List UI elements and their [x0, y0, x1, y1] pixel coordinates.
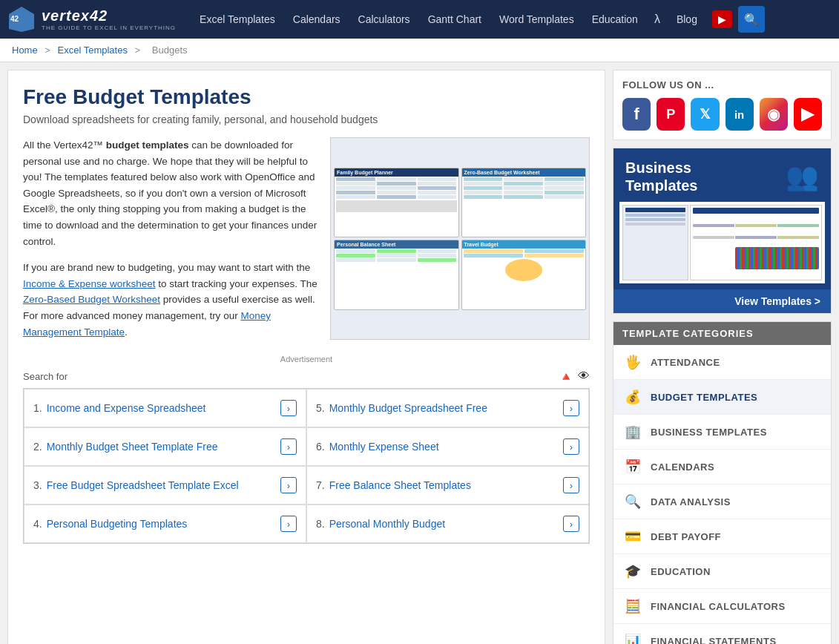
ad-icon-eye[interactable]: 👁: [578, 369, 590, 384]
search-for-label: Search for: [23, 371, 68, 382]
search-item-8-arrow: ›: [563, 516, 579, 532]
nav-blog[interactable]: Blog: [668, 0, 706, 39]
search-item-3-num: 3.: [33, 479, 42, 491]
search-item-2-label: Monthly Budget Sheet Template Free: [47, 441, 218, 453]
search-item-1[interactable]: 1. Income and Expense Spreadsheet ›: [24, 389, 306, 427]
search-item-1-num: 1.: [33, 402, 42, 414]
breadcrumb-sep-2: >: [135, 45, 143, 56]
cat-budget-templates[interactable]: 💰 BUDGET TEMPLATES: [613, 380, 831, 415]
search-item-7[interactable]: 7. Free Balance Sheet Templates ›: [306, 466, 589, 505]
search-item-5[interactable]: 5. Monthly Budget Spreadsheet Free ›: [306, 389, 589, 427]
cat-calendars-icon: 📅: [622, 456, 643, 477]
cat-debt-payoff[interactable]: 💳 DEBT PAYOFF: [613, 519, 831, 554]
search-item-3[interactable]: 3. Free Budget Spreadsheet Template Exce…: [24, 466, 306, 505]
cat-budget-label: BUDGET TEMPLATES: [651, 392, 757, 403]
nav-excel-templates[interactable]: Excel Templates: [191, 0, 284, 39]
search-item-7-arrow: ›: [563, 477, 579, 493]
cat-attendance[interactable]: 🖐 ATTENDANCE: [613, 345, 831, 380]
ad-icon-triangle[interactable]: 🔺: [559, 369, 573, 384]
social-youtube[interactable]: ▶: [794, 98, 822, 131]
social-instagram[interactable]: ◉: [760, 98, 788, 131]
search-item-8[interactable]: 8. Personal Monthly Budget ›: [306, 505, 589, 543]
cat-calendars-label: CALENDARS: [651, 461, 714, 473]
cat-business-icon: 🏢: [622, 421, 643, 442]
breadcrumb-home[interactable]: Home: [12, 45, 38, 56]
biz-people-icon: 👥: [786, 161, 819, 192]
main-nav: Excel Templates Calendars Calculators Ga…: [191, 0, 832, 39]
search-item-4[interactable]: 4. Personal Budgeting Templates ›: [24, 505, 306, 543]
search-item-3-arrow: ›: [280, 477, 297, 493]
search-item-6-num: 6.: [316, 441, 325, 453]
page-title: Free Budget Templates: [23, 85, 590, 109]
main-content: Free Budget Templates Download spreadshe…: [7, 70, 605, 644]
advertisement-section: Advertisement: [23, 355, 590, 364]
zero-based-link[interactable]: Zero-Based Budget Worksheet: [23, 294, 160, 305]
cat-education[interactable]: 🎓 EDUCATION: [613, 554, 831, 589]
search-item-8-num: 8.: [316, 518, 325, 530]
cat-calendars[interactable]: 📅 CALENDARS: [613, 450, 831, 484]
search-item-5-arrow: ›: [563, 400, 579, 416]
preview-image: Family Budget Planner Zero-Based Budget …: [330, 137, 590, 340]
nav-calendars[interactable]: Calendars: [284, 0, 349, 39]
search-item-4-num: 4.: [33, 518, 42, 530]
cat-budget-icon: 💰: [622, 387, 643, 407]
biz-preview-image: [619, 202, 825, 283]
logo-icon: 42: [7, 5, 36, 33]
search-item-6[interactable]: 6. Monthly Expense Sheet ›: [306, 427, 589, 466]
search-item-3-label: Free Budget Spreadsheet Template Excel: [47, 479, 239, 491]
biz-title: BusinessTemplates: [625, 159, 786, 194]
search-item-2-num: 2.: [33, 441, 42, 453]
cat-business-label: BUSINESS TEMPLATES: [651, 427, 767, 438]
search-item-2[interactable]: 2. Monthly Budget Sheet Template Free ›: [24, 427, 306, 466]
search-results-grid: 1. Income and Expense Spreadsheet › 5. M…: [23, 388, 590, 544]
biz-view-templates-button[interactable]: View Templates >: [613, 289, 831, 313]
follow-us-box: FOLLOW US ON ... f P 𝕏 in ◉ ▶: [613, 70, 832, 140]
search-item-8-label: Personal Monthly Budget: [329, 518, 445, 530]
nav-youtube-button[interactable]: ▶: [712, 10, 732, 28]
template-categories-box: TEMPLATE CATEGORIES 🖐 ATTENDANCE 💰 BUDGE…: [613, 321, 832, 644]
breadcrumb-excel-templates[interactable]: Excel Templates: [58, 45, 128, 56]
business-templates-box: BusinessTemplates 👥: [613, 148, 832, 314]
income-expense-link[interactable]: Income & Expense worksheet: [23, 278, 156, 289]
breadcrumb-current: Budgets: [152, 45, 188, 56]
cat-data-analysis[interactable]: 🔍 DATA ANALYSIS: [613, 484, 831, 519]
biz-view-btn-label: View Templates >: [734, 295, 820, 307]
nav-search-button[interactable]: 🔍: [738, 6, 765, 33]
nav-calculators[interactable]: Calculators: [349, 0, 419, 39]
cat-education-icon: 🎓: [622, 561, 643, 582]
nav-education[interactable]: Education: [583, 0, 647, 39]
cat-financial-calculators[interactable]: 🧮 FINANCIAL CALCULATORS: [613, 589, 831, 624]
cat-financial-stmt-label: FINANCIAL STATEMENTS: [651, 636, 777, 645]
cat-data-label: DATA ANALYSIS: [651, 496, 731, 507]
search-item-7-num: 7.: [316, 479, 325, 491]
cat-financial-calc-icon: 🧮: [622, 596, 643, 617]
nav-word-templates[interactable]: Word Templates: [490, 0, 583, 39]
logo-sub: THE GUIDE TO EXCEL IN EVERYTHING: [42, 24, 176, 31]
money-management-link[interactable]: Money Management Template: [23, 310, 271, 338]
search-item-2-arrow: ›: [280, 438, 297, 455]
search-item-1-arrow: ›: [280, 400, 297, 416]
cat-data-icon: 🔍: [622, 491, 643, 512]
breadcrumb: Home > Excel Templates > Budgets: [0, 39, 839, 62]
header: 42 vertex42 THE GUIDE TO EXCEL IN EVERYT…: [0, 0, 839, 39]
search-item-5-num: 5.: [316, 402, 325, 414]
cat-debt-icon: 💳: [622, 526, 643, 547]
intro-section: All the Vertex42™ budget templates can b…: [23, 137, 590, 340]
social-twitter[interactable]: 𝕏: [691, 98, 719, 131]
biz-header: BusinessTemplates 👥: [613, 148, 831, 202]
nav-gantt-chart[interactable]: Gantt Chart: [419, 0, 490, 39]
intro-text: All the Vertex42™ budget templates can b…: [23, 137, 318, 340]
search-item-5-label: Monthly Budget Spreadsheet Free: [329, 402, 487, 414]
cat-financial-stmt-icon: 📊: [622, 631, 643, 644]
nav-lambda-icon: λ: [647, 13, 668, 26]
social-pinterest[interactable]: P: [657, 98, 685, 131]
cat-education-label: EDUCATION: [651, 566, 711, 577]
cat-business-templates[interactable]: 🏢 BUSINESS TEMPLATES: [613, 415, 831, 450]
bold-budget-templates: budget templates: [106, 139, 189, 151]
social-icons: f P 𝕏 in ◉ ▶: [622, 98, 822, 131]
social-linkedin[interactable]: in: [726, 98, 754, 131]
social-facebook[interactable]: f: [622, 98, 651, 131]
search-item-7-label: Free Balance Sheet Templates: [329, 479, 471, 491]
logo[interactable]: 42 vertex42 THE GUIDE TO EXCEL IN EVERYT…: [7, 5, 176, 33]
cat-financial-statements[interactable]: 📊 FINANCIAL STATEMENTS: [613, 624, 831, 644]
